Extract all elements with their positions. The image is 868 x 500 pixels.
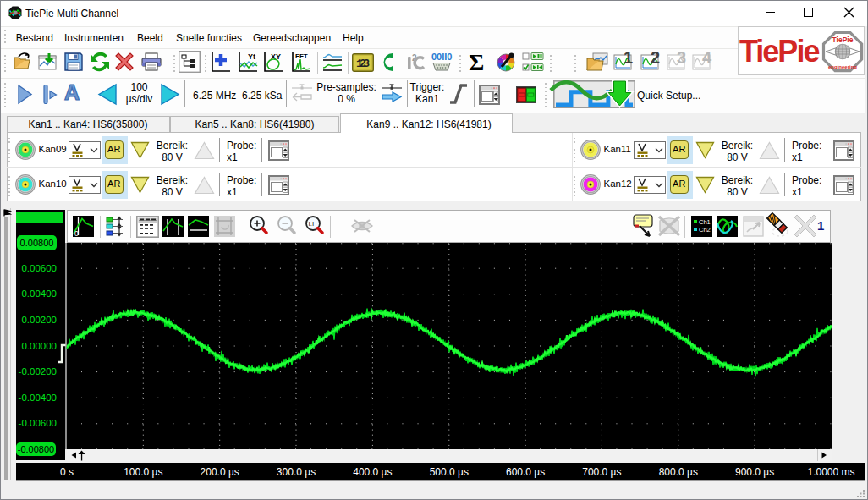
svg-text:0: 0 — [74, 229, 79, 238]
svg-text:00II0: 00II0 — [431, 52, 452, 62]
svg-text:I:I: I:I — [308, 220, 314, 228]
svg-text:Ch2: Ch2 — [699, 226, 711, 234]
svg-text:123: 123 — [356, 58, 370, 70]
svg-text:FFT: FFT — [295, 52, 308, 60]
svg-text:Σ: Σ — [469, 49, 484, 75]
svg-text:1: 1 — [624, 48, 633, 67]
svg-text:Yt: Yt — [248, 52, 255, 61]
svg-text:TiePie: TiePie — [832, 36, 854, 44]
svg-text:3: 3 — [677, 48, 686, 67]
svg-text:Ch1: Ch1 — [699, 218, 711, 226]
svg-text:4: 4 — [702, 48, 712, 67]
svg-text:2: 2 — [651, 48, 660, 67]
svg-text:engineering: engineering — [828, 64, 857, 69]
